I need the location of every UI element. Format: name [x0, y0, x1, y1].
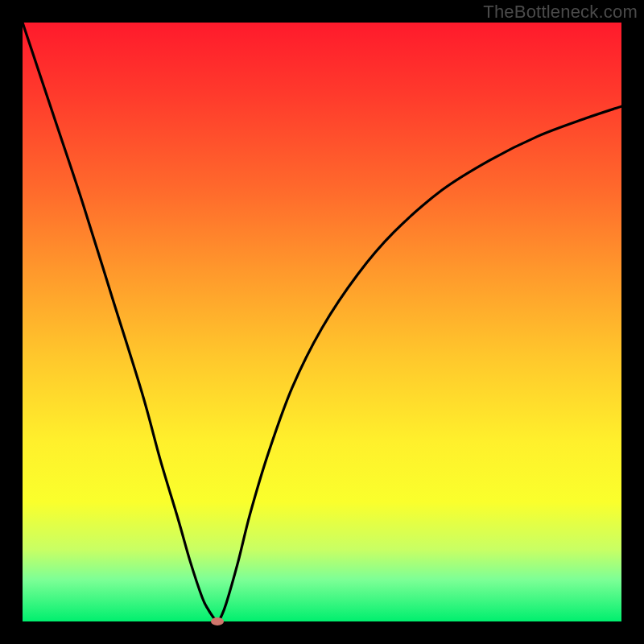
chart-plot-area	[23, 23, 621, 621]
bottleneck-curve	[23, 23, 621, 621]
watermark-text: TheBottleneck.com	[483, 2, 638, 23]
chart-frame: TheBottleneck.com	[0, 0, 644, 644]
minimum-marker	[211, 617, 224, 625]
